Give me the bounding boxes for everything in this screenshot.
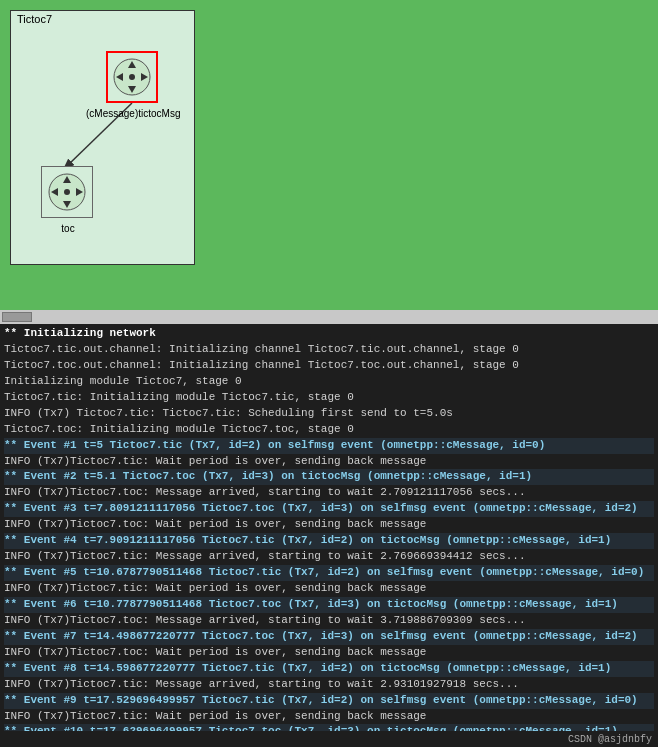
log-line: INFO (Tx7)Tictoc7.toc: Message arrived, … bbox=[4, 485, 654, 501]
log-line: Tictoc7.tic.out.channel: Initializing ch… bbox=[4, 342, 654, 358]
toc-label: toc bbox=[33, 223, 103, 234]
tic-label: (cMessage)tictocMsg bbox=[86, 108, 176, 119]
log-line: ** Event #6 t=10.7787790511468 Tictoc7.t… bbox=[4, 597, 654, 613]
log-line: INFO (Tx7)Tictoc7.tic: Wait period is ov… bbox=[4, 581, 654, 597]
log-area[interactable]: ** Initializing networkTictoc7.tic.out.c… bbox=[0, 324, 658, 731]
log-line: INFO (Tx7)Tictoc7.toc: Wait period is ov… bbox=[4, 517, 654, 533]
log-line: INFO (Tx7) Tictoc7.tic: Tictoc7.tic: Sch… bbox=[4, 406, 654, 422]
log-line: ** Event #3 t=7.8091211117056 Tictoc7.to… bbox=[4, 501, 654, 517]
log-line: INFO (Tx7)Tictoc7.tic: Message arrived, … bbox=[4, 677, 654, 693]
log-line: ** Initializing network bbox=[4, 326, 654, 342]
network-box: Tictoc7 bbox=[10, 10, 195, 265]
scroll-thumb[interactable] bbox=[2, 312, 32, 322]
horizontal-scrollbar[interactable] bbox=[0, 310, 658, 324]
log-line: INFO (Tx7)Tictoc7.toc: Wait period is ov… bbox=[4, 645, 654, 661]
log-line: ** Event #4 t=7.9091211117056 Tictoc7.ti… bbox=[4, 533, 654, 549]
log-line: ** Event #5 t=10.6787790511468 Tictoc7.t… bbox=[4, 565, 654, 581]
log-line: Tictoc7.toc: Initializing module Tictoc7… bbox=[4, 422, 654, 438]
log-line: Initializing module Tictoc7, stage 0 bbox=[4, 374, 654, 390]
log-line: ** Event #8 t=14.598677220777 Tictoc7.ti… bbox=[4, 661, 654, 677]
log-line: ** Event #1 t=5 Tictoc7.tic (Tx7, id=2) … bbox=[4, 438, 654, 454]
tic-node[interactable] bbox=[106, 51, 158, 103]
log-line: ** Event #7 t=14.498677220777 Tictoc7.to… bbox=[4, 629, 654, 645]
toc-node[interactable] bbox=[41, 166, 93, 218]
log-line: Tictoc7.toc.out.channel: Initializing ch… bbox=[4, 358, 654, 374]
tic-icon bbox=[110, 55, 154, 99]
log-line: Tictoc7.tic: Initializing module Tictoc7… bbox=[4, 390, 654, 406]
log-line: INFO (Tx7)Tictoc7.toc: Message arrived, … bbox=[4, 613, 654, 629]
toc-icon bbox=[45, 170, 89, 214]
app-container: Tictoc7 bbox=[0, 0, 658, 747]
log-line: INFO (Tx7)Tictoc7.tic: Wait period is ov… bbox=[4, 454, 654, 470]
log-line: ** Event #9 t=17.529696499957 Tictoc7.ti… bbox=[4, 693, 654, 709]
canvas-area: Tictoc7 bbox=[0, 0, 658, 310]
bottom-label: CSDN @asjdnbfy bbox=[568, 734, 652, 745]
log-line: INFO (Tx7)Tictoc7.tic: Wait period is ov… bbox=[4, 709, 654, 725]
svg-point-7 bbox=[129, 74, 135, 80]
bottom-bar: CSDN @asjdnbfy bbox=[0, 731, 658, 747]
log-line: ** Event #2 t=5.1 Tictoc7.toc (Tx7, id=3… bbox=[4, 469, 654, 485]
network-title: Tictoc7 bbox=[17, 13, 52, 25]
svg-point-13 bbox=[64, 189, 70, 195]
log-line: INFO (Tx7)Tictoc7.tic: Message arrived, … bbox=[4, 549, 654, 565]
